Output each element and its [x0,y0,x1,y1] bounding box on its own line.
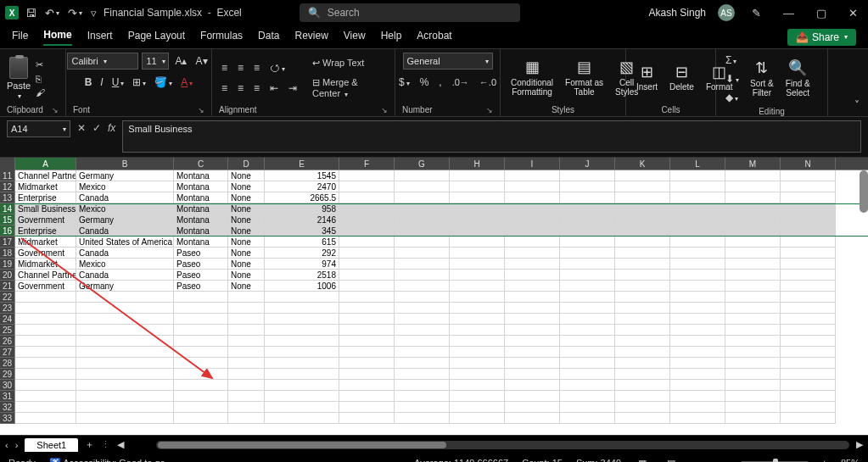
cell[interactable]: Montana [174,237,228,248]
cell[interactable] [781,347,836,358]
cell[interactable] [560,214,615,225]
table-row[interactable]: 20Channel PartnersCanadaPaseoNone2518 [0,270,868,281]
column-header-C[interactable]: C [174,158,228,170]
cancel-formula-icon[interactable]: ✕ [77,122,86,134]
user-avatar[interactable]: AS [718,4,735,21]
row-header[interactable]: 25 [0,325,15,336]
cell[interactable] [339,402,395,413]
cell[interactable] [505,181,560,192]
table-row[interactable]: 19MidmarketMexicoPaseoNone974 [0,259,868,270]
cell[interactable]: 2146 [265,214,339,225]
cell[interactable]: Enterprise [15,225,76,237]
cell[interactable] [670,347,725,358]
table-row[interactable]: 32 [0,402,868,413]
cell[interactable]: Montana [174,203,228,214]
cell[interactable] [670,358,725,369]
tab-review[interactable]: Review [294,30,328,45]
cell[interactable]: None [228,214,265,225]
cell[interactable] [505,192,560,203]
table-row[interactable]: 24 [0,314,868,325]
cell[interactable] [560,402,615,413]
cell[interactable] [395,281,450,292]
cell[interactable] [725,248,781,259]
cell[interactable] [174,303,228,314]
cell[interactable]: Paseo [174,259,228,270]
row-header[interactable]: 30 [0,380,15,391]
cell[interactable] [615,237,670,248]
insert-cells-button[interactable]: ⊞Insert [633,64,661,92]
cell[interactable]: Channel Partners [15,170,76,181]
cell[interactable] [395,358,450,369]
cell[interactable]: Mexico [76,203,174,214]
cell[interactable] [174,413,228,424]
cell[interactable] [781,237,836,248]
fx-icon[interactable]: fx [108,122,115,134]
cell[interactable] [450,170,505,181]
bold-button[interactable]: B [82,75,95,90]
cell[interactable] [615,259,670,270]
column-header-L[interactable]: L [670,158,725,170]
cell[interactable] [725,325,781,336]
cell[interactable] [781,336,836,347]
cell[interactable] [15,402,76,413]
row-header[interactable]: 13 [0,192,15,203]
cell[interactable]: Paseo [174,281,228,292]
cell[interactable] [228,402,265,413]
cell[interactable]: Small Business [15,203,76,214]
cell[interactable] [265,369,339,380]
paste-button[interactable]: Paste▾ [7,57,31,100]
row-header[interactable]: 15 [0,214,15,225]
cell[interactable] [615,192,670,203]
cell[interactable] [450,402,505,413]
cell[interactable]: 974 [265,259,339,270]
tab-formulas[interactable]: Formulas [200,30,243,45]
cell[interactable] [615,358,670,369]
cell[interactable] [339,203,395,214]
row-header[interactable]: 11 [0,170,15,181]
cell[interactable]: Government [15,248,76,259]
cell[interactable] [670,380,725,391]
cell[interactable] [615,292,670,303]
cell[interactable] [395,314,450,325]
cell[interactable] [781,303,836,314]
align-middle-icon[interactable]: ≡ [235,60,246,75]
cell[interactable] [560,347,615,358]
row-header[interactable]: 17 [0,237,15,248]
minimize-button[interactable]: — [778,7,799,19]
cell[interactable] [450,380,505,391]
cell[interactable] [505,413,560,424]
cell[interactable] [15,358,76,369]
cell[interactable] [339,248,395,259]
maximize-button[interactable]: ▢ [811,7,832,19]
cell[interactable] [781,380,836,391]
cell[interactable] [339,292,395,303]
add-sheet-button[interactable]: ＋ [85,438,94,451]
cell[interactable]: Government [15,281,76,292]
cell[interactable]: 345 [265,225,339,237]
save-icon[interactable]: 🖫 [25,7,36,19]
cell[interactable] [560,380,615,391]
cell[interactable] [15,314,76,325]
cell[interactable] [725,225,781,237]
cell[interactable] [265,391,339,402]
fill-color-button[interactable]: 🪣▾ [152,75,175,90]
cell[interactable] [76,402,174,413]
column-header-B[interactable]: B [76,158,174,170]
row-header[interactable]: 21 [0,281,15,292]
cell[interactable] [615,347,670,358]
cell[interactable] [670,413,725,424]
cell[interactable] [725,192,781,203]
cell[interactable] [395,347,450,358]
cell[interactable] [76,303,174,314]
cell[interactable] [174,391,228,402]
cell[interactable] [450,358,505,369]
cell[interactable] [505,402,560,413]
row-header[interactable]: 33 [0,413,15,424]
cell[interactable] [725,259,781,270]
cell[interactable] [339,358,395,369]
cell[interactable] [339,214,395,225]
column-header-K[interactable]: K [615,158,670,170]
table-row[interactable]: 16EnterpriseCanadaMontanaNone345 [0,225,868,237]
cell[interactable] [505,281,560,292]
cell[interactable] [174,336,228,347]
